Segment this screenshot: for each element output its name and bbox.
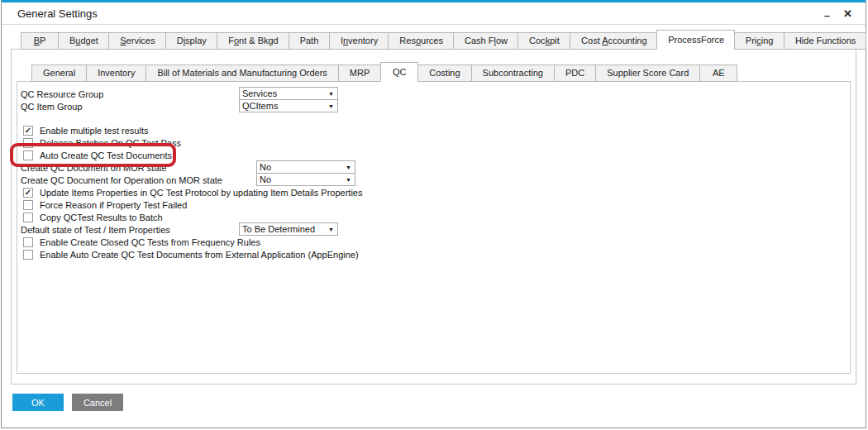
primary-tab-bar: BPBudgetServicesDisplayFont & BkgdPathIn… [2, 30, 866, 50]
row-qc-resource-group: QC Resource GroupServices▼ [21, 88, 850, 100]
minimize-icon[interactable]: – [824, 10, 830, 21]
row-default-state-of-test-item-properties: Default state of Test / Item PropertiesT… [21, 223, 850, 236]
row-enable-multiple-test-results: ✓Enable multiple test results [21, 124, 850, 136]
dropdown-arrow-icon: ▼ [346, 165, 355, 170]
tab-subcontracting[interactable]: Subcontracting [471, 64, 555, 82]
checkbox-label: Auto Create QC Test Documents [40, 150, 172, 160]
field-label: QC Resource Group [21, 89, 103, 99]
ok-button[interactable]: OK [12, 394, 64, 411]
close-icon[interactable]: ✕ [843, 8, 852, 19]
dropdown-default-state-of-test-item-properties[interactable]: To Be Determined▼ [239, 222, 338, 236]
checkbox-enable-create-closed-qc-tests-from-frequency-rules[interactable] [23, 237, 33, 247]
titlebar: General Settings – ✕ [2, 2, 866, 25]
checkbox-label: Enable Auto Create QC Test Documents fro… [40, 250, 359, 260]
field-label: Default state of Test / Item Properties [21, 225, 170, 235]
tab-services[interactable]: Services [108, 32, 165, 50]
row-qc-item-group: QC Item GroupQCItems▼ [21, 100, 850, 112]
checkbox-update-items-properties-in-qc-test-protocol-by-updating-item-details-properties[interactable]: ✓ [23, 188, 33, 198]
tab-display[interactable]: Display [165, 32, 217, 50]
field-label: Create QC Document on MOR state [21, 163, 167, 173]
tab-cockpit[interactable]: Cockpit [517, 32, 570, 50]
row-create-qc-document-for-operation-on-mor-state: Create QC Document for Operation on MOR … [21, 174, 850, 186]
row-auto-create-qc-test-documents: Auto Create QC Test Documents [21, 149, 850, 161]
secondary-tab-bar: GeneralInventoryBill of Materials and Ma… [12, 62, 856, 82]
window-controls: – ✕ [824, 8, 852, 19]
checkbox-enable-auto-create-qc-test-documents-from-external-application-appengine[interactable] [23, 250, 33, 260]
row-update-items-properties-in-qc-test-protocol-by-updating-item-details-properties: ✓Update Items Properties in QC Test Prot… [21, 186, 850, 198]
footer: OK Cancel [2, 385, 866, 411]
row-enable-auto-create-qc-test-documents-from-external-application-appengine: Enable Auto Create QC Test Documents fro… [21, 248, 850, 260]
dropdown-value: No [257, 162, 346, 172]
row-create-qc-document-on-mor-state: Create QC Document on MOR stateNo▼ [21, 161, 850, 174]
checkbox-force-reason-if-property-test-failed[interactable] [23, 200, 33, 210]
checkbox-auto-create-qc-test-documents[interactable] [23, 150, 33, 160]
row-force-reason-if-property-test-failed: Force Reason if Property Test Failed [21, 198, 850, 211]
tab-bill-of-materials-and-manufacturing-orders[interactable]: Bill of Materials and Manufacturing Orde… [145, 64, 338, 82]
dropdown-value: Services [240, 88, 328, 98]
tab-pdc[interactable]: PDC [554, 64, 596, 82]
checkbox-release-batches-on-qc-test-pass[interactable] [23, 138, 33, 148]
tab-inventory[interactable]: Inventory [329, 32, 389, 50]
tab-qc[interactable]: QC [380, 62, 418, 82]
checkbox-label: Copy QCTest Results to Batch [40, 213, 163, 222]
dropdown-value: No [257, 174, 346, 184]
tab-costing[interactable]: Costing [417, 64, 471, 82]
dropdown-create-qc-document-for-operation-on-mor-state[interactable]: No▼ [256, 173, 355, 186]
row-enable-create-closed-qc-tests-from-frequency-rules: Enable Create Closed QC Tests from Frequ… [21, 236, 850, 248]
dropdown-arrow-icon: ▼ [346, 177, 355, 183]
tab-general[interactable]: General [31, 64, 87, 82]
general-settings-window: General Settings – ✕ BPBudgetServicesDis… [1, 0, 866, 428]
checkbox-label: Enable Create Closed QC Tests from Frequ… [40, 237, 260, 247]
qc-tab-panel: QC Resource GroupServices▼QC Item GroupQ… [17, 81, 851, 374]
checkbox-label: Release Batches On QC Test Pass [40, 138, 181, 148]
tab-resources[interactable]: Resources [388, 32, 454, 50]
tab-ae[interactable]: AE [699, 64, 737, 82]
tab-cash-flow[interactable]: Cash Flow [453, 32, 518, 50]
tab-budget[interactable]: Budget [58, 32, 109, 50]
field-label: QC Item Group [21, 102, 83, 112]
tab-hide-functions[interactable]: Hide Functions [784, 32, 866, 50]
checkbox-label: Enable multiple test results [40, 126, 148, 136]
dropdown-create-qc-document-on-mor-state[interactable]: No▼ [256, 160, 355, 174]
tab-cost-accounting[interactable]: Cost Accounting [570, 32, 657, 50]
cancel-button[interactable]: Cancel [72, 394, 123, 411]
field-label: Create QC Document for Operation on MOR … [21, 175, 222, 185]
tab-supplier-score-card[interactable]: Supplier Score Card [595, 64, 700, 82]
dropdown-value: To Be Determined [240, 224, 328, 234]
tab-font-bkgd[interactable]: Font & Bkgd [217, 32, 289, 50]
dropdown-arrow-icon: ▼ [328, 227, 337, 232]
tab-path[interactable]: Path [289, 32, 330, 50]
checkbox-copy-qctest-results-to-batch[interactable] [23, 213, 33, 222]
tab-mrp[interactable]: MRP [338, 64, 381, 82]
checkbox-label: Update Items Properties in QC Test Proto… [40, 188, 362, 198]
checkbox-label: Force Reason if Property Test Failed [40, 200, 187, 210]
dropdown-qc-resource-group[interactable]: Services▼ [239, 87, 338, 100]
dropdown-arrow-icon: ▼ [328, 103, 337, 109]
processforce-tab-panel: GeneralInventoryBill of Materials and Ma… [11, 49, 856, 385]
tab-pricing[interactable]: Pricing [734, 32, 785, 50]
row-release-batches-on-qc-test-pass: Release Batches On QC Test Pass [21, 136, 850, 149]
dropdown-arrow-icon: ▼ [328, 91, 337, 97]
dropdown-qc-item-group[interactable]: QCItems▼ [239, 99, 338, 112]
tab-bp[interactable]: BP [21, 32, 59, 50]
tab-inventory[interactable]: Inventory [86, 64, 146, 82]
tab-processforce[interactable]: ProcessForce [656, 30, 735, 50]
row-copy-qctest-results-to-batch: Copy QCTest Results to Batch [21, 211, 850, 223]
checkbox-enable-multiple-test-results[interactable]: ✓ [23, 126, 33, 136]
window-title: General Settings [17, 7, 98, 20]
dropdown-value: QCItems [240, 101, 328, 111]
